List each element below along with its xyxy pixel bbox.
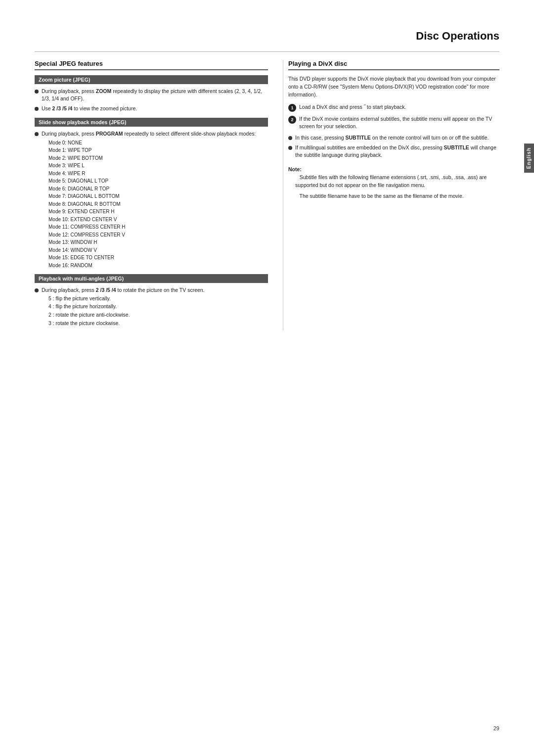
- number-circle-2: 2: [288, 116, 296, 124]
- numbered-item-2-text: If the DivX movie contains external subt…: [299, 115, 499, 130]
- modes-list: Mode 0: NONE Mode 1: WIPE TOP Mode 2: WI…: [42, 139, 256, 270]
- mode-6: Mode 6: DIAGONAL R TOP: [48, 185, 256, 193]
- note-paragraph-1: Subtitle files with the following filena…: [288, 174, 499, 189]
- mode-0: Mode 0: NONE: [48, 139, 256, 147]
- note-section: Note: Subtitle files with the following …: [288, 166, 499, 200]
- mode-9: Mode 9: EXTEND CENTER H: [48, 208, 256, 216]
- mode-7: Mode 7: DIAGONAL L BOTTOM: [48, 192, 256, 200]
- zoom-bullets: During playback, press ZOOM repeatedly t…: [35, 88, 268, 113]
- right-circle-bullets: In this case, pressing SUBTITLE on the r…: [288, 134, 499, 159]
- bullet-dot: [35, 132, 39, 136]
- mode-13: Mode 13: WINDOW H: [48, 238, 256, 246]
- zoom-bullet-1-text: During playback, press ZOOM repeatedly t…: [42, 88, 268, 102]
- bullet-dot: [35, 107, 39, 111]
- zoom-bullet-2-text: Use 2 /3 /5 /4 to view the zoomed pictur…: [42, 105, 137, 112]
- mode-11: Mode 11: COMPRESS CENTER H: [48, 223, 256, 231]
- right-bullet-2-text: If multilingual subtitles are embedded o…: [295, 144, 499, 159]
- right-section-title: Playing a DivX disc: [288, 60, 499, 70]
- right-bullet-1: In this case, pressing SUBTITLE on the r…: [288, 134, 499, 142]
- mode-2: Mode 2: WIPE BOTTOM: [48, 154, 256, 162]
- page-title: Disc Operations: [35, 30, 499, 43]
- slideshow-bullet-1: During playback, press PROGRAM repeatedl…: [35, 130, 268, 270]
- page: Disc Operations English Special JPEG fea…: [0, 0, 534, 756]
- subsection-slideshow-header: Slide show playback modes (JPEG): [35, 118, 268, 127]
- mode-8: Mode 8: DIAGONAL R BOTTOM: [48, 200, 256, 208]
- mode-1: Mode 1: WIPE TOP: [48, 146, 256, 154]
- mode-4: Mode 4: WIPE R: [48, 170, 256, 178]
- indent-2: 2 : rotate the picture anti-clockwise.: [48, 311, 205, 319]
- multiangle-bullet-1-text: During playback, press 2 /3 /5 /4 to rot…: [42, 286, 205, 327]
- zoom-bullet-1: During playback, press ZOOM repeatedly t…: [35, 88, 268, 102]
- numbered-item-1-text: Load a DivX disc and press ˝ to start pl…: [299, 103, 406, 111]
- numbered-item-1: 1 Load a DivX disc and press ˝ to start …: [288, 103, 499, 112]
- left-column: Special JPEG features Zoom picture (JPEG…: [35, 60, 268, 331]
- right-bullet-2: If multilingual subtitles are embedded o…: [288, 144, 499, 159]
- bullet-dot: [35, 288, 39, 292]
- indent-1: 4 : flip the picture horizontally.: [48, 302, 205, 311]
- language-tab: English: [524, 143, 534, 173]
- mode-16: Mode 16: RANDOM: [48, 262, 256, 270]
- mode-14: Mode 14: WINDOW V: [48, 246, 256, 254]
- bullet-dot: [35, 90, 39, 94]
- indent-list: 5 : flip the picture vertically. 4 : fli…: [42, 294, 205, 328]
- note-paragraph-2: The subtitle filename have to be the sam…: [288, 192, 499, 200]
- multiangle-bullets: During playback, press 2 /3 /5 /4 to rot…: [35, 286, 268, 327]
- subsection-multiangle-header: Playback with multi-angles (JPEG): [35, 274, 268, 283]
- right-column: Playing a DivX disc This DVD player supp…: [283, 60, 499, 331]
- slideshow-bullets: During playback, press PROGRAM repeatedl…: [35, 130, 268, 270]
- mode-10: Mode 10: EXTEND CENTER V: [48, 216, 256, 224]
- bullet-dot: [288, 136, 292, 140]
- note-title: Note:: [288, 166, 499, 174]
- numbered-item-2: 2 If the DivX movie contains external su…: [288, 115, 499, 130]
- content-columns: Special JPEG features Zoom picture (JPEG…: [35, 60, 499, 331]
- multiangle-bullet-1: During playback, press 2 /3 /5 /4 to rot…: [35, 286, 268, 327]
- mode-3: Mode 3: WIPE L: [48, 162, 256, 170]
- mode-5: Mode 5: DIAGONAL L TOP: [48, 177, 256, 185]
- indent-3: 3 : rotate the picture clockwise.: [48, 319, 205, 328]
- subsection-zoom-header: Zoom picture (JPEG): [35, 75, 268, 84]
- zoom-bullet-2: Use 2 /3 /5 /4 to view the zoomed pictur…: [35, 105, 268, 112]
- mode-15: Mode 15: EDGE TO CENTER: [48, 254, 256, 262]
- page-number: 29: [493, 725, 499, 731]
- bullet-dot: [288, 146, 292, 150]
- left-section-title: Special JPEG features: [35, 60, 268, 70]
- number-circle-1: 1: [288, 104, 296, 112]
- intro-text: This DVD player supports the DivX movie …: [288, 75, 499, 98]
- right-bullet-1-text: In this case, pressing SUBTITLE on the r…: [295, 134, 489, 142]
- mode-12: Mode 12: COMPRESS CENTER V: [48, 231, 256, 239]
- indent-0: 5 : flip the picture vertically.: [48, 294, 205, 303]
- slideshow-bullet-1-text: During playback, press PROGRAM repeatedl…: [42, 130, 256, 270]
